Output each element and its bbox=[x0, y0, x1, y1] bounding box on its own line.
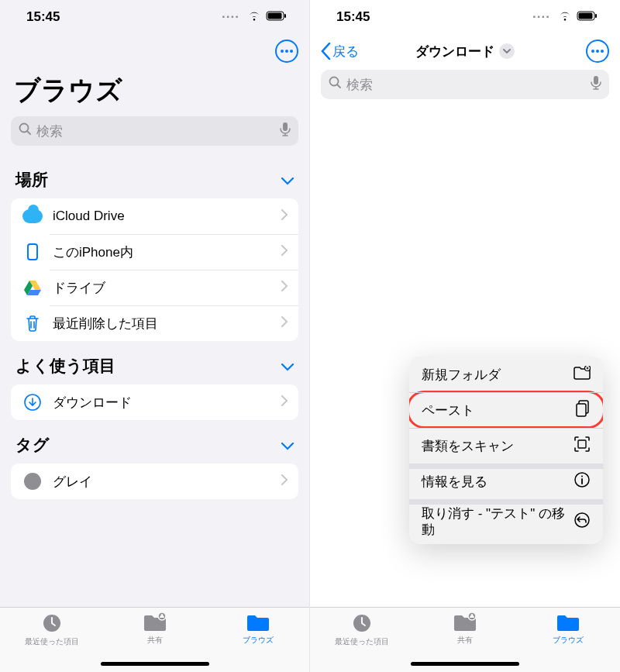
more-button[interactable] bbox=[586, 40, 609, 63]
svg-line-20 bbox=[337, 84, 340, 88]
folder-plus-icon bbox=[574, 366, 591, 384]
status-time: 15:45 bbox=[26, 9, 60, 25]
search-icon bbox=[19, 122, 32, 140]
more-button[interactable] bbox=[275, 40, 298, 63]
menu-scan[interactable]: 書類をスキャン bbox=[409, 428, 603, 464]
shared-folder-icon bbox=[143, 612, 167, 632]
row-icloud-drive[interactable]: iCloud Drive bbox=[11, 198, 298, 234]
menu-label: 書類をスキャン bbox=[422, 437, 514, 455]
menu-label: 新規フォルダ bbox=[422, 366, 501, 384]
svg-rect-1 bbox=[268, 13, 282, 19]
menu-paste[interactable]: ペースト bbox=[409, 392, 603, 428]
status-time: 15:45 bbox=[336, 9, 370, 25]
trash-icon bbox=[22, 315, 43, 332]
menu-label: 取り消す - "テスト" の移動 bbox=[422, 505, 574, 539]
clock-icon bbox=[351, 612, 373, 634]
section-header-tags[interactable]: タグ bbox=[0, 420, 309, 460]
menu-info[interactable]: 情報を見る bbox=[409, 464, 603, 499]
row-tag-grey[interactable]: グレイ bbox=[11, 464, 298, 499]
google-drive-icon bbox=[22, 281, 43, 295]
tab-recents[interactable]: 最近使った項目 bbox=[0, 612, 103, 672]
svg-rect-8 bbox=[283, 122, 288, 131]
mic-icon[interactable] bbox=[591, 75, 601, 95]
row-downloads[interactable]: ダウンロード bbox=[11, 384, 298, 420]
wifi-icon bbox=[247, 9, 261, 25]
row-google-drive[interactable]: ドライブ bbox=[11, 270, 298, 305]
section-label: 場所 bbox=[16, 169, 48, 191]
tab-label: ブラウズ bbox=[243, 635, 274, 646]
section-label: タグ bbox=[16, 434, 50, 456]
tag-dot-icon bbox=[22, 473, 43, 490]
download-icon bbox=[22, 393, 43, 412]
tab-browse[interactable]: ブラウズ bbox=[206, 612, 309, 672]
chevron-right-icon bbox=[281, 474, 288, 488]
paste-icon bbox=[575, 400, 591, 421]
row-label: ダウンロード bbox=[53, 394, 132, 412]
folder-icon bbox=[246, 612, 270, 632]
folder-icon bbox=[556, 612, 580, 632]
row-label: iCloud Drive bbox=[53, 208, 125, 224]
svg-point-17 bbox=[596, 50, 599, 53]
svg-rect-25 bbox=[578, 440, 586, 448]
row-recently-deleted[interactable]: 最近削除した項目 bbox=[11, 305, 298, 341]
menu-undo[interactable]: 取り消す - "テスト" の移動 bbox=[409, 499, 603, 544]
chevron-down-icon bbox=[281, 357, 294, 375]
svg-rect-21 bbox=[594, 76, 598, 84]
svg-point-18 bbox=[601, 50, 604, 53]
home-indicator[interactable] bbox=[101, 662, 209, 666]
svg-rect-15 bbox=[595, 14, 597, 18]
nav-title[interactable]: ダウンロード bbox=[415, 43, 515, 60]
mic-icon[interactable] bbox=[280, 122, 291, 141]
tab-label: ブラウズ bbox=[553, 635, 584, 646]
row-on-iphone[interactable]: このiPhone内 bbox=[11, 234, 298, 270]
title-text: ダウンロード bbox=[415, 43, 494, 60]
chevron-down-icon bbox=[281, 171, 294, 189]
tab-recents[interactable]: 最近使った項目 bbox=[310, 612, 413, 672]
row-label: このiPhone内 bbox=[53, 243, 133, 261]
status-bar: 15:45 bbox=[0, 0, 309, 34]
svg-point-3 bbox=[281, 50, 284, 53]
cellular-dots-icon bbox=[532, 9, 553, 25]
svg-point-27 bbox=[581, 475, 583, 477]
nav-bar: 戻る ダウンロード bbox=[310, 34, 620, 68]
status-bar: 15:45 bbox=[310, 0, 620, 34]
context-menu: 新規フォルダ ペースト 書類をスキャン 情報を見る 取り消す - "テスト" の… bbox=[409, 357, 603, 544]
svg-point-4 bbox=[285, 50, 288, 53]
section-header-locations[interactable]: 場所 bbox=[0, 155, 309, 195]
section-header-favorites[interactable]: よく使う項目 bbox=[0, 341, 309, 381]
svg-point-28 bbox=[575, 513, 589, 527]
favorites-list: ダウンロード bbox=[11, 384, 298, 420]
tab-label: 共有 bbox=[147, 635, 163, 646]
search-icon bbox=[329, 76, 342, 93]
chevron-right-icon bbox=[281, 395, 288, 409]
tab-label: 最近使った項目 bbox=[335, 636, 389, 647]
svg-point-5 bbox=[290, 50, 293, 53]
battery-icon bbox=[577, 9, 598, 25]
row-label: ドライブ bbox=[53, 279, 105, 297]
search-input[interactable]: 検索 bbox=[11, 116, 298, 146]
menu-label: ペースト bbox=[422, 401, 474, 419]
row-label: 最近削除した項目 bbox=[53, 315, 158, 333]
chevron-right-icon bbox=[281, 209, 288, 223]
info-icon bbox=[574, 471, 591, 492]
nav-bar bbox=[0, 34, 309, 68]
battery-icon bbox=[266, 9, 288, 25]
chevron-down-icon bbox=[499, 43, 515, 59]
tab-label: 最近使った項目 bbox=[25, 636, 79, 647]
svg-point-16 bbox=[591, 50, 594, 53]
row-label: グレイ bbox=[53, 473, 92, 491]
search-input[interactable]: 検索 bbox=[321, 70, 609, 99]
iphone-icon bbox=[22, 243, 43, 260]
clock-icon bbox=[41, 612, 63, 634]
back-label: 戻る bbox=[332, 43, 359, 60]
menu-label: 情報を見る bbox=[422, 473, 487, 491]
chevron-right-icon bbox=[281, 245, 288, 259]
section-label: よく使う項目 bbox=[16, 355, 115, 377]
chevron-right-icon bbox=[281, 316, 288, 330]
chevron-right-icon bbox=[281, 281, 288, 295]
menu-new-folder[interactable]: 新規フォルダ bbox=[409, 357, 603, 392]
back-button[interactable]: 戻る bbox=[321, 43, 359, 60]
home-indicator[interactable] bbox=[411, 662, 519, 666]
wifi-icon bbox=[558, 9, 572, 25]
tab-browse[interactable]: ブラウズ bbox=[517, 612, 620, 672]
